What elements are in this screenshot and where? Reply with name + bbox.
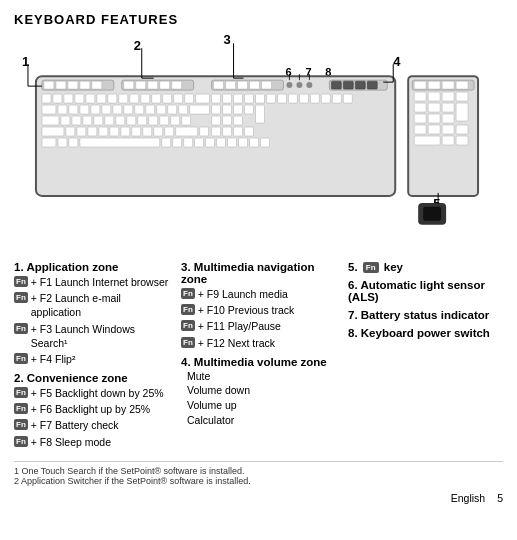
svg-rect-146: [414, 125, 426, 134]
svg-rect-82: [42, 116, 59, 125]
svg-rect-26: [261, 81, 271, 89]
item-f12: Fn + F12 Next track: [181, 336, 336, 350]
svg-rect-72: [146, 105, 155, 114]
calculator: Calculator: [187, 414, 336, 428]
svg-rect-144: [428, 114, 440, 123]
svg-rect-143: [414, 114, 426, 123]
svg-rect-75: [179, 105, 188, 114]
vol-mute: Mute: [187, 370, 336, 384]
svg-rect-133: [442, 81, 454, 89]
svg-rect-74: [168, 105, 177, 114]
svg-rect-80: [245, 105, 254, 114]
svg-rect-31: [331, 81, 341, 89]
section-5: 5. Fn key: [348, 261, 503, 273]
svg-rect-24: [238, 81, 248, 89]
svg-rect-112: [223, 127, 232, 136]
svg-rect-22: [214, 81, 224, 89]
svg-rect-97: [234, 116, 243, 125]
item-text: + F8 Sleep mode: [31, 435, 111, 449]
svg-rect-40: [97, 94, 106, 103]
svg-rect-78: [223, 105, 232, 114]
svg-rect-59: [310, 94, 319, 103]
page-lang: English: [451, 492, 485, 504]
svg-rect-85: [83, 116, 92, 125]
item-f6: Fn + F6 Backlight up by 25%: [14, 402, 169, 416]
svg-rect-148: [442, 125, 454, 134]
vol-down: Volume down: [187, 384, 336, 398]
column-2: 3. Multimedia navigation zone Fn + F9 La…: [181, 261, 336, 451]
svg-rect-89: [127, 116, 136, 125]
svg-rect-103: [110, 127, 119, 136]
svg-point-29: [306, 82, 312, 88]
svg-rect-134: [456, 81, 468, 89]
section-2-number: 2. Convenience zone: [14, 372, 169, 384]
svg-rect-64: [58, 105, 67, 114]
svg-rect-106: [143, 127, 152, 136]
section-8: 8. Keyboard power switch: [348, 327, 503, 339]
item-f8: Fn + F8 Sleep mode: [14, 435, 169, 449]
item-text: + F4 Flip²: [31, 352, 76, 366]
svg-point-28: [296, 82, 302, 88]
item-f3: Fn + F3 Launch Windows Search¹: [14, 322, 169, 350]
fn-badge: Fn: [14, 292, 28, 303]
svg-rect-132: [428, 81, 440, 89]
svg-rect-141: [442, 103, 454, 112]
svg-rect-154: [423, 207, 441, 221]
svg-rect-105: [132, 127, 141, 136]
section-1-number: 1. Application zone: [14, 261, 169, 273]
svg-rect-142: [456, 103, 468, 121]
svg-rect-65: [69, 105, 78, 114]
svg-rect-51: [223, 94, 232, 103]
svg-rect-94: [182, 116, 191, 125]
svg-rect-52: [234, 94, 243, 103]
section-3-number: 3. Multimedia navigation zone: [181, 261, 336, 285]
fn-badge: Fn: [181, 288, 195, 299]
item-f4: Fn + F4 Flip²: [14, 352, 169, 366]
svg-rect-23: [226, 81, 236, 89]
content-area: 1. Application zone Fn + F1 Launch Inter…: [14, 261, 503, 451]
svg-rect-125: [228, 138, 237, 147]
item-text: + F9 Launch media: [198, 287, 288, 301]
svg-rect-25: [250, 81, 260, 89]
svg-rect-47: [174, 94, 183, 103]
svg-rect-113: [234, 127, 243, 136]
svg-rect-151: [442, 136, 454, 145]
item-f9: Fn + F9 Launch media: [181, 287, 336, 301]
svg-rect-131: [414, 81, 426, 89]
item-text: + F2 Launch e-mail application: [31, 291, 169, 319]
svg-rect-115: [42, 138, 56, 147]
item-text: + F3 Launch Windows Search¹: [31, 322, 169, 350]
svg-rect-109: [176, 127, 198, 136]
svg-text:3: 3: [224, 33, 231, 47]
svg-rect-110: [200, 127, 209, 136]
svg-rect-145: [442, 114, 454, 123]
svg-rect-62: [343, 94, 352, 103]
svg-rect-84: [72, 116, 81, 125]
section-7: 7. Battery status indicator: [348, 309, 503, 321]
svg-rect-20: [172, 81, 182, 89]
svg-rect-57: [288, 94, 297, 103]
svg-rect-49: [196, 94, 210, 103]
svg-rect-93: [171, 116, 180, 125]
svg-rect-149: [456, 125, 468, 134]
svg-rect-73: [157, 105, 166, 114]
svg-rect-66: [80, 105, 89, 114]
svg-rect-127: [250, 138, 259, 147]
svg-rect-42: [119, 94, 128, 103]
svg-text:4: 4: [393, 54, 401, 69]
svg-rect-43: [130, 94, 139, 103]
svg-rect-138: [456, 92, 468, 101]
svg-rect-81: [256, 105, 265, 123]
page-number: 5: [497, 492, 503, 504]
svg-rect-98: [42, 127, 64, 136]
svg-rect-118: [80, 138, 160, 147]
svg-rect-16: [124, 81, 134, 89]
fn-badge: Fn: [14, 276, 28, 287]
svg-rect-108: [165, 127, 174, 136]
item-text: + F7 Battery check: [31, 418, 119, 432]
svg-rect-33: [355, 81, 365, 89]
page-footer: English 5: [14, 492, 503, 504]
svg-rect-116: [58, 138, 67, 147]
svg-rect-86: [94, 116, 103, 125]
item-f5: Fn + F5 Backlight down by 25%: [14, 386, 169, 400]
